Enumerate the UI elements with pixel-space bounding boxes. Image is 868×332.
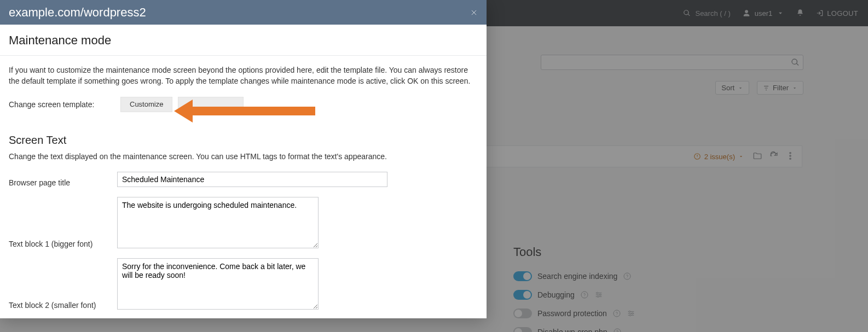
text-block-2-input[interactable] xyxy=(117,258,319,310)
intro-text: If you want to customize the maintenance… xyxy=(9,65,474,87)
dialog-site-title: example.com/wordpress2 xyxy=(9,5,146,20)
page-title-input[interactable] xyxy=(117,172,387,187)
text-block-1-label: Text block 1 (bigger font) xyxy=(9,236,117,248)
text-block-1-input[interactable] xyxy=(117,197,319,248)
close-icon xyxy=(470,9,478,16)
maintenance-mode-dialog: example.com/wordpress2 Maintenance mode … xyxy=(0,0,487,318)
page-title-label: Browser page title xyxy=(9,175,117,187)
close-button[interactable] xyxy=(470,5,478,20)
dialog-titlebar: example.com/wordpress2 xyxy=(0,0,487,25)
change-template-label: Change screen template: xyxy=(9,100,120,109)
screen-text-heading: Screen Text xyxy=(9,134,478,147)
screen-text-sub: Change the text displayed on the mainten… xyxy=(9,151,474,162)
customize-button[interactable]: Customize xyxy=(120,97,172,112)
dialog-heading: Maintenance mode xyxy=(9,33,478,48)
text-block-2-label: Text block 2 (smaller font) xyxy=(9,298,117,310)
restore-button[interactable] xyxy=(178,97,244,112)
